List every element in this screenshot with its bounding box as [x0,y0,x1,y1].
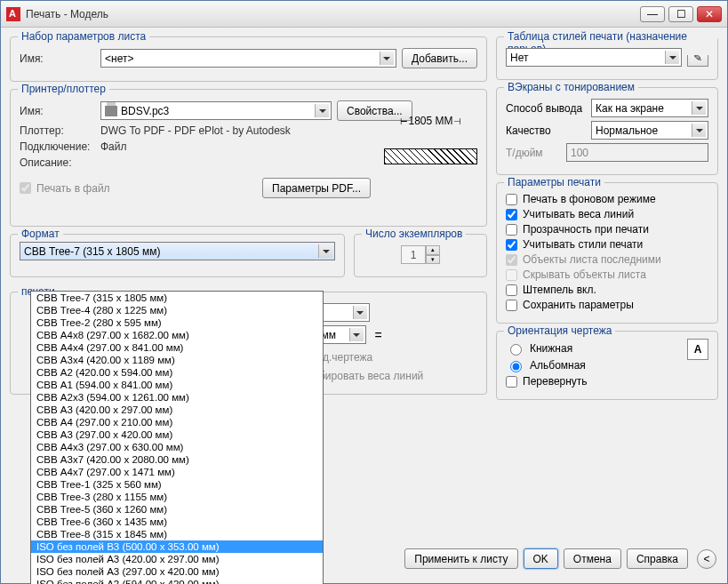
printer-name-combo[interactable]: BDSV.pc3 [100,101,332,120]
collapse-button[interactable]: < [697,549,716,569]
dpi-input [566,143,708,162]
paper-format-option[interactable]: СВВ A4x8 (297.00 x 1682.00 мм) [31,329,323,341]
chevron-down-icon [315,104,329,117]
style-table-combo[interactable]: Нет [506,48,682,67]
paper-format-option[interactable]: ISO без полей B3 (500.00 x 353.00 мм) [31,540,323,553]
bg-plot-checkbox[interactable]: Печать в фоновом режиме [506,193,708,205]
page-setup-group: Набор параметров листа Имя: <нет> Добави… [10,36,487,82]
paper-format-option[interactable]: СВВ A3 (420.00 x 297.00 мм) [31,404,323,416]
style-table-group: Таблица стилей печати (назначение перьев… [496,36,718,80]
paper-format-option[interactable]: СВВ A3x7 (420.00 x 2080.00 мм) [31,453,323,466]
spin-up[interactable]: ▴ [426,245,440,255]
chevron-down-icon [692,101,706,115]
minimize-button[interactable]: — [640,6,665,22]
paperspace-last-checkbox: Объекты листа последними [506,253,708,266]
dialog-buttons: Применить к листу OK Отмена Справка < [404,548,716,569]
copies-spinner[interactable]: ▴▾ [401,245,440,264]
paper-format-option[interactable]: СВВ A1 (594.00 x 841.00 мм) [31,379,323,391]
paper-format-option[interactable]: ISO без полей A3 (420.00 x 297.00 мм) [31,553,323,565]
units-combo[interactable]: мм [317,325,366,344]
hide-paperspace-checkbox: Скрывать объекты листа [506,268,708,281]
shaded-viewport-group: ВЭкраны с тонированием Способ вывода Как… [496,87,718,175]
plot-dialog: Печать - Модель — ☐ ✕ Набор параметров л… [0,0,728,584]
paper-format-option[interactable]: СВВ Tree-4 (280 x 1225 мм) [31,304,323,316]
paper-format-option[interactable]: СВВ A4x4 (297.00 x 841.00 мм) [31,341,323,354]
paper-format-option[interactable]: СВВ A2x3 (594.00 x 1261.00 мм) [31,391,323,404]
maximize-button[interactable]: ☐ [668,6,693,22]
paper-format-option[interactable]: ISO без полей A3 (297.00 x 420.00 мм) [31,565,323,578]
upside-down-checkbox[interactable]: Перевернуть [506,375,687,388]
paper-format-option[interactable]: СВВ A3x4 (420.00 x 1189 мм) [31,354,323,366]
add-page-setup-button[interactable]: Добавить... [402,48,477,68]
paper-format-option[interactable]: СВВ Tree-6 (360 x 1435 мм) [31,516,323,528]
chevron-down-icon [353,306,367,319]
page-setup-name-combo[interactable]: <нет> [100,49,396,68]
paper-format-dropdown[interactable]: СВВ Tree-7 (315 x 1805 мм)СВВ Tree-4 (28… [30,291,324,584]
lineweights-checkbox[interactable]: Учитывать веса линий [506,208,708,220]
paper-format-option[interactable]: СВВ A2 (420.00 x 594.00 мм) [31,366,323,379]
orientation-group: Ориентация чертежа Книжная Альбомная Пер… [496,331,718,400]
pdf-params-button[interactable]: Параметры PDF... [262,178,371,198]
ok-button[interactable]: OK [524,548,558,569]
print-to-file-checkbox: Печать в файл [20,182,110,195]
paper-format-option[interactable]: ISO без полей A2 (594.00 x 420.00 мм) [31,578,323,584]
save-changes-checkbox[interactable]: Сохранить параметры [506,299,708,311]
quality-combo[interactable]: Нормальное [591,121,708,140]
paper-format-option[interactable]: СВВ A3 (297.00 x 420.00 мм) [31,428,323,441]
spin-down[interactable]: ▾ [426,255,440,265]
printer-icon [105,106,117,116]
copies-group: Число экземпляров ▴▾ [354,234,487,277]
paper-format-option[interactable]: СВВ A4x7 (297.00 x 1471 мм) [31,466,323,478]
plot-styles-checkbox[interactable]: Учитывать стили печати [506,238,708,251]
chevron-down-icon [349,328,364,341]
printer-group: Принтер/плоттер Имя: BDSV.pc3 Свойства..… [10,89,487,227]
format-group: Формат СВВ Tree-7 (315 x 1805 мм) [10,234,345,277]
chevron-down-icon [665,51,679,64]
close-button[interactable]: ✕ [697,6,722,22]
paper-format-combo[interactable]: СВВ Tree-7 (315 x 1805 мм) [20,242,335,260]
paper-preview: ⊢1805 MM⊣ [384,115,477,170]
portrait-radio[interactable]: Книжная [506,341,687,356]
landscape-radio[interactable]: Альбомная [506,358,687,372]
transparency-checkbox[interactable]: Прозрачность при печати [506,223,708,236]
paper-format-option[interactable]: СВВ Tree-2 (280 x 595 мм) [31,316,323,329]
paper-format-option[interactable]: СВВ Tree-8 (315 x 1845 мм) [31,528,323,540]
paper-format-option[interactable]: СВВ Tree-1 (325 x 560 мм) [31,478,323,491]
window-title: Печать - Модель [26,8,640,20]
paper-format-option[interactable]: СВВ Tree-7 (315 x 1805 мм) [31,292,323,304]
plot-stamp-checkbox[interactable]: Штемпель вкл. [506,284,708,296]
apply-to-layout-button[interactable]: Применить к листу [404,548,517,569]
app-icon [6,7,20,21]
titlebar: Печать - Модель — ☐ ✕ [1,1,727,28]
orientation-icon: A [687,339,708,360]
plot-options-group: Параметры печати Печать в фоновом режиме… [496,182,718,324]
paper-format-option[interactable]: СВВ Tree-3 (280 x 1155 мм) [31,491,323,503]
help-button[interactable]: Справка [627,548,688,569]
paper-format-option[interactable]: СВВ A4 (297.00 x 210.00 мм) [31,416,323,428]
paper-format-option[interactable]: СВВ Tree-5 (360 x 1260 мм) [31,503,323,516]
chevron-down-icon [380,52,394,65]
paper-format-option[interactable]: СВВ A4x3 (297.00 x 630.00 мм) [31,441,323,453]
shade-mode-combo[interactable]: Как на экране [591,99,708,117]
chevron-down-icon [318,244,332,258]
cancel-button[interactable]: Отмена [564,548,621,569]
chevron-down-icon [692,124,706,137]
